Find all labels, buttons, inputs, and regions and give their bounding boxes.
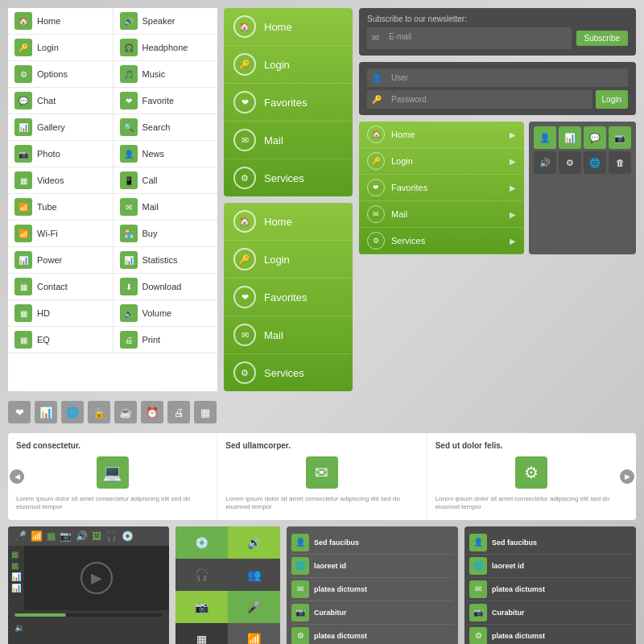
tile-5[interactable]: 🎤	[228, 591, 280, 623]
grid-icon-7[interactable]: 🗑	[609, 151, 631, 174]
menu-label-statistics: Statistics	[142, 255, 178, 265]
slider-prev-button[interactable]: ◀	[10, 469, 24, 484]
menu-item-chat[interactable]: 💬Chat	[8, 88, 113, 114]
mid-icon-6[interactable]: 🖨	[167, 401, 190, 423]
mobile-nav-favorites[interactable]: ❤Favorites▶	[359, 175, 524, 201]
info-title-4: platea dictumst	[314, 632, 453, 640]
menu-label-photo: Photo	[37, 149, 60, 159]
grid-icon-6[interactable]: 🌐	[584, 151, 606, 174]
menu-item-login[interactable]: 🔑Login	[8, 35, 113, 60]
player-toolbar-icon-4[interactable]: 🔊	[76, 530, 88, 542]
menu-item-news[interactable]: 👤News	[114, 141, 218, 167]
menu-item-home[interactable]: 🏠Home	[8, 8, 113, 34]
menu-item-options[interactable]: ⚙Options	[8, 61, 113, 87]
slider-next-button[interactable]: ▶	[620, 469, 634, 484]
menu-label-print: Print	[142, 335, 161, 345]
info-item-2: ✉ platea dictumst	[469, 578, 631, 601]
player-toolbar-icon-6[interactable]: 🎧	[105, 530, 118, 542]
grid-icon-1[interactable]: 📊	[559, 126, 581, 149]
nav-item-home[interactable]: 🏠Home	[224, 8, 353, 46]
player-side-icon-1: ▦	[11, 550, 21, 559]
info-title-0: Sed faucibus	[314, 539, 453, 547]
nav-icon-mail: ✉	[233, 324, 256, 346]
nav-item-services[interactable]: ⚙Services	[224, 159, 353, 196]
menu-item-statistics[interactable]: 📊Statistics	[114, 247, 218, 273]
menu-item-search[interactable]: 🔍Search	[114, 114, 218, 140]
menu-item-volume[interactable]: 🔉Volume	[114, 300, 218, 326]
mid-icon-4[interactable]: ☕	[114, 401, 137, 423]
subscribe-button[interactable]: Subscribe	[576, 31, 628, 46]
player-toolbar-icon-2[interactable]: ▦	[47, 530, 56, 542]
player-progress-bar[interactable]	[14, 613, 163, 617]
menu-item-eq[interactable]: ▦EQ	[8, 327, 113, 353]
tile-4[interactable]: 📷	[175, 591, 228, 623]
tile-6[interactable]: ▦	[175, 623, 228, 644]
grid-icon-0[interactable]: 👤	[534, 126, 556, 149]
menu-item-buy[interactable]: 🏪Buy	[114, 221, 218, 246]
player-toolbar-icon-1[interactable]: 📶	[31, 530, 43, 542]
info-icon-4: ⚙	[291, 627, 309, 644]
nav-item-login[interactable]: 🔑Login	[224, 46, 353, 84]
nav-item-favorites[interactable]: ❤Favorites	[224, 84, 353, 122]
menu-icon-music: 🎵	[120, 65, 138, 83]
mid-icon-0[interactable]: ❤	[8, 401, 31, 423]
mobile-nav-login[interactable]: 🔑Login▶	[359, 148, 524, 175]
mobile-nav-mail[interactable]: ✉Mail▶	[359, 201, 524, 228]
player-toolbar-icon-0[interactable]: 🎤	[14, 530, 27, 542]
menu-item-call[interactable]: 📱Call	[114, 167, 218, 193]
player-toolbar-icon-3[interactable]: 📷	[60, 530, 72, 542]
nav-item-favorites[interactable]: ❤Favorites	[224, 279, 353, 316]
menu-item-videos[interactable]: ▦Videos	[8, 167, 113, 193]
info-icon-2: ✉	[469, 580, 487, 598]
mobile-nav-home[interactable]: 🏠Home▶	[359, 122, 524, 148]
login-button[interactable]: Login	[596, 90, 628, 109]
menu-item-wifi[interactable]: 📶Wi-Fi	[8, 221, 113, 246]
mid-icon-1[interactable]: 📊	[35, 401, 57, 423]
username-input[interactable]	[385, 70, 623, 85]
menu-item-photo[interactable]: 📷Photo	[8, 141, 113, 167]
tile-1[interactable]: 🔊	[228, 526, 280, 559]
menu-item-speaker[interactable]: 🔊Speaker	[114, 8, 218, 34]
mobile-nav-left: 🔑Login	[367, 152, 413, 170]
mid-icon-2[interactable]: 🌐	[61, 401, 84, 423]
menu-item-mail[interactable]: ✉Mail	[114, 194, 218, 220]
mid-icon-3[interactable]: 🔒	[88, 401, 110, 423]
nav-label-favorites: Favorites	[264, 291, 307, 303]
menu-item-gallery[interactable]: 📊Gallery	[8, 114, 113, 140]
info-text-4: platea dictumst	[492, 632, 631, 640]
password-icon: 🔑	[372, 95, 382, 104]
menu-item-headphone[interactable]: 🎧Headphone	[114, 35, 218, 60]
menu-item-hd[interactable]: ▦HD	[8, 300, 113, 326]
player-toolbar-icon-5[interactable]: 🖼	[92, 530, 101, 542]
nav-item-mail[interactable]: ✉Mail	[224, 122, 353, 159]
menu-item-print[interactable]: 🖨Print	[114, 327, 218, 353]
player-toolbar-icon-7[interactable]: 💿	[122, 530, 134, 542]
grid-icon-2[interactable]: 💬	[584, 126, 606, 149]
menu-item-power[interactable]: 📊Power	[8, 247, 113, 273]
email-input[interactable]	[382, 29, 567, 44]
password-input[interactable]	[385, 92, 588, 107]
tile-7[interactable]: 📶	[228, 623, 280, 644]
menu-item-tube[interactable]: 📶Tube	[8, 194, 113, 220]
nav-item-mail[interactable]: ✉Mail	[224, 316, 353, 354]
tile-2[interactable]: 🎧	[175, 559, 228, 591]
menu-item-music[interactable]: 🎵Music	[114, 61, 218, 87]
menu-label-hd: HD	[37, 308, 50, 318]
nav-item-login[interactable]: 🔑Login	[224, 241, 353, 279]
menu-item-contact[interactable]: ▦Contact	[8, 274, 113, 299]
grid-icon-3[interactable]: 📷	[609, 126, 631, 149]
tile-3[interactable]: 👥	[228, 559, 280, 591]
tile-0[interactable]: 💿	[175, 526, 228, 559]
menu-item-download[interactable]: ⬇Download	[114, 274, 218, 299]
mid-icon-5[interactable]: ⏰	[141, 401, 163, 423]
nav-item-home[interactable]: 🏠Home	[224, 203, 353, 241]
play-button[interactable]: ▶	[80, 562, 113, 594]
nav-item-services[interactable]: ⚙Services	[224, 354, 353, 391]
menu-item-favorite[interactable]: ❤Favorite	[114, 88, 218, 114]
mobile-nav-services[interactable]: ⚙Services▶	[359, 228, 524, 254]
mid-icon-7[interactable]: ▦	[194, 401, 217, 423]
info-icon-3: 📷	[469, 604, 487, 621]
grid-icon-4[interactable]: 🔊	[534, 151, 556, 174]
menu-list: 🏠Home🔊Speaker🔑Login🎧Headphone⚙Options🎵Mu…	[8, 8, 217, 391]
grid-icon-5[interactable]: ⚙	[559, 151, 581, 174]
